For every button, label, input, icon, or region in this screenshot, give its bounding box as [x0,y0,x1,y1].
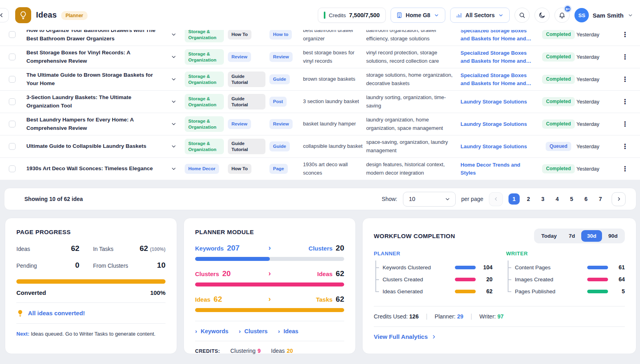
row-checkbox[interactable] [9,31,16,38]
page-number[interactable]: 6 [580,193,592,205]
expand-row-button[interactable] [166,76,181,82]
credits-label: Credits [329,12,346,18]
cluster-link[interactable]: Laundry Storage Solutions [461,98,527,106]
progress-message: All ideas converted! [28,310,85,316]
sector-selector[interactable]: All Sectors [450,8,510,23]
expand-row-button[interactable] [166,54,181,60]
tags-text: design features, historical context, mod… [366,161,456,177]
page-number[interactable]: 7 [595,193,606,205]
cluster-link[interactable]: Specialized Storage Boxes and Baskets fo… [461,72,536,87]
range-option[interactable]: Today [536,230,562,242]
page-number[interactable]: 2 [523,193,534,205]
page-number[interactable]: 5 [566,193,577,205]
next-page-button[interactable] [612,192,626,206]
page-number[interactable]: 3 [537,193,548,205]
kebab-menu-icon[interactable] [618,30,632,40]
tags-text: storage solutions, home organization, de… [366,71,456,87]
top-bar: Ideas Planner Credits 7,500/7,500 Home G… [0,0,640,30]
credits-pill[interactable]: Credits 7,500/7,500 [318,8,385,23]
chevron-down-icon [498,12,504,18]
kebab-menu-icon[interactable] [618,119,632,129]
expand-row-button[interactable] [166,143,181,149]
cluster-link[interactable]: Home Decor Trends and Styles [461,161,536,177]
workflow-metric-row: Keywords Clustered 104 [374,261,492,273]
per-page-label: per page [461,196,483,202]
range-option[interactable]: 90d [603,230,623,242]
metric-bar [455,290,476,293]
cluster-link[interactable]: Specialized Storage Boxes and Baskets fo… [461,30,536,42]
row-checkbox[interactable] [9,54,16,60]
format-badge: Review [269,52,293,62]
range-option[interactable]: 7d [563,230,581,242]
cluster-link[interactable]: Laundry Storage Solutions [461,143,527,151]
kebab-menu-icon[interactable] [618,74,632,84]
page-size-select[interactable]: 10 [403,192,456,207]
niche-badge: Storage & Organization [185,116,224,132]
card-title: PAGE PROGRESS [16,229,165,235]
row-checkbox[interactable] [9,121,16,127]
table-row: Ultimate Guide to Collapsible Laundry Ba… [0,135,640,158]
dark-mode-toggle[interactable] [534,8,550,23]
flow-from[interactable]: Ideas 62 [195,295,222,304]
credit-item: Ideas20 [271,348,293,354]
workflow-metric-row: Pages Published 5 [506,285,625,297]
flow-to: Tasks 62 [316,295,344,304]
keyword-text: best bathroom drawer organizer [303,30,363,43]
page-number[interactable]: 1 [508,193,520,205]
page-number[interactable]: 4 [552,193,563,205]
flow-progress-bar [195,308,344,312]
back-button[interactable] [0,8,9,22]
divider: | [426,313,427,320]
chevron-right-icon: › [278,328,280,334]
expand-row-button[interactable] [166,166,181,172]
kebab-menu-icon[interactable] [618,97,632,107]
cluster-link[interactable]: Laundry Storage Solutions [461,120,527,128]
kebab-menu-icon[interactable] [618,52,632,62]
notifications-button[interactable]: 9+ [554,8,570,23]
status-badge: Completed [542,97,575,107]
format-badge: How to [269,30,292,40]
date-text: Yesterday [576,143,599,149]
workflow-metric-row: Content Pages 61 [506,261,625,273]
kebab-menu-icon[interactable] [618,164,632,174]
quick-link[interactable]: ›Keywords [195,328,228,334]
range-option[interactable]: 30d [581,230,602,242]
planner-badge: Planner [61,11,88,20]
row-checkbox[interactable] [9,143,16,150]
prev-page-button[interactable] [489,192,503,206]
row-checkbox[interactable] [9,98,16,105]
bell-icon [558,12,566,19]
flow-from[interactable]: Clusters 20 [195,269,231,278]
view-full-analytics-link[interactable]: View Full Analytics [374,333,625,340]
results-summary: Showing 10 of 62 idea [24,196,83,202]
chevron-right-icon [616,196,622,202]
flow-from[interactable]: Keywords 207 [195,244,239,253]
credits-indicator [324,12,325,19]
idea-title: How to Organize Your Bathroom Drawers wi… [26,30,164,43]
status-badge: Completed [542,75,575,84]
quick-link[interactable]: ›Clusters [239,328,267,334]
chevron-down-icon [433,12,440,18]
search-button[interactable] [514,8,530,23]
flow-to: Ideas 62 [317,269,345,278]
table-row: How to Organize Your Bathroom Drawers wi… [0,30,640,46]
quick-link[interactable]: ›Ideas [278,328,298,334]
cluster-link[interactable]: Specialized Storage Boxes and Baskets fo… [461,49,536,65]
user-menu[interactable]: SS Sam Smith [574,8,634,22]
keyword-text: collapsible laundry basket [303,142,363,150]
expand-row-button[interactable] [166,99,181,105]
row-checkbox[interactable] [9,76,16,83]
moon-icon [538,12,546,19]
tree-connector [506,261,512,273]
bar-chart-icon [456,12,462,18]
row-checkbox[interactable] [9,165,16,172]
niche-badge: Storage & Organization [185,30,224,42]
card-title: WORKFLOW COMPLETION [374,233,455,239]
date-text: Yesterday [576,166,599,172]
workflow-metric-row: Images Created 64 [506,273,625,285]
expand-row-button[interactable] [166,32,181,38]
kebab-menu-icon[interactable] [618,141,632,151]
format-badge: Review [269,119,293,129]
workspace-selector[interactable]: Home G8 [391,8,445,23]
expand-row-button[interactable] [166,121,181,127]
